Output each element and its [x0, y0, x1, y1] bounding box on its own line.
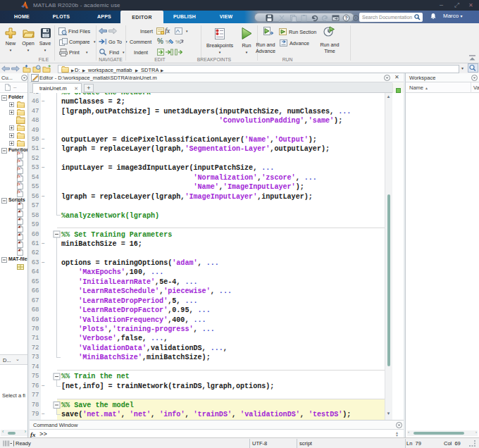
- svg-text:fx: fx: [165, 27, 170, 35]
- svg-text:%: %: [157, 37, 163, 45]
- svg-text:?: ?: [345, 15, 348, 20]
- svg-text:%: %: [175, 39, 180, 45]
